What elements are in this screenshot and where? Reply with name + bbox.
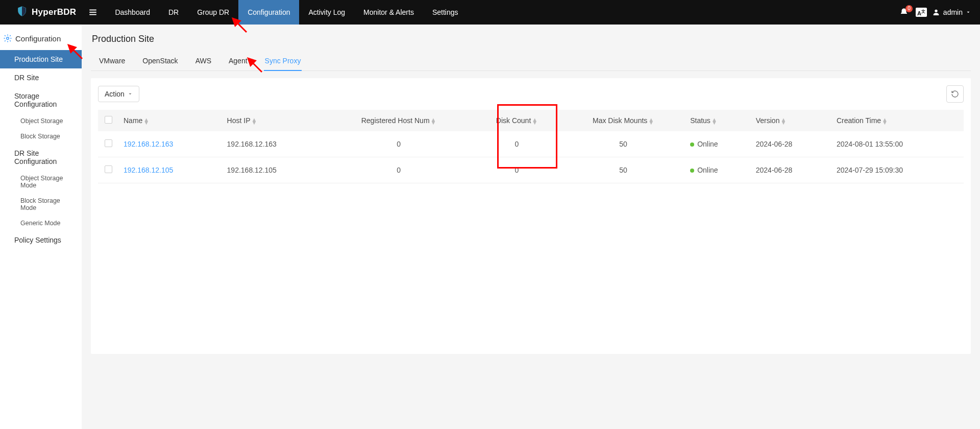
sidebar-sub-object-storage-mode[interactable]: Object Storage Mode (0, 171, 82, 193)
top-nav: Dashboard DR Group DR Configuration Acti… (106, 0, 467, 25)
table-row: 192.168.12.105 192.168.12.105 0 0 50 Onl… (98, 157, 964, 183)
action-dropdown[interactable]: Action (98, 86, 139, 102)
app-logo: HyperBDR (0, 6, 84, 19)
gear-icon (3, 34, 12, 43)
sort-icon[interactable]: ▲▼ (712, 118, 717, 124)
nav-settings[interactable]: Settings (423, 0, 468, 25)
panel-toolbar: Action (98, 85, 964, 103)
nav-configuration[interactable]: Configuration (238, 0, 299, 25)
sidebar-sub-object-storage[interactable]: Object Storage (0, 113, 82, 129)
tab-openstack[interactable]: OpenStack (141, 52, 179, 71)
tab-vmware[interactable]: VMware (98, 52, 126, 71)
chevron-down-icon (966, 10, 971, 15)
shield-icon (16, 6, 28, 19)
nav-monitor-alerts[interactable]: Monitor & Alerts (354, 0, 423, 25)
col-max-mounts: Max Disk Mounts▲▼ (561, 110, 685, 131)
sort-icon[interactable]: ▲▼ (882, 118, 888, 124)
sidebar: Configuration Production Site DR Site St… (0, 25, 82, 429)
menu-toggle-icon[interactable] (84, 8, 106, 17)
select-all-checkbox[interactable] (105, 116, 112, 124)
sort-icon[interactable]: ▲▼ (532, 118, 537, 124)
cell-disk-count: 0 (472, 157, 561, 183)
main-content: Production Site VMware OpenStack AWS Age… (82, 25, 980, 429)
sidebar-title: Configuration (0, 32, 82, 50)
sidebar-sub-generic-mode[interactable]: Generic Mode (0, 216, 82, 231)
sort-icon[interactable]: ▲▼ (143, 118, 149, 124)
refresh-button[interactable] (946, 85, 964, 103)
top-nav-bar: HyperBDR Dashboard DR Group DR Configura… (0, 0, 980, 25)
tab-agent[interactable]: Agent (228, 52, 249, 71)
sidebar-sub-block-storage-mode[interactable]: Block Storage Mode (0, 193, 82, 216)
cell-version: 2024-06-28 (751, 131, 831, 157)
sort-icon[interactable]: ▲▼ (648, 118, 654, 124)
table-row: 192.168.12.163 192.168.12.163 0 0 50 Onl… (98, 131, 964, 157)
notifications-button[interactable]: 0 (897, 8, 911, 17)
col-host-ip: Host IP▲▼ (222, 110, 326, 131)
refresh-icon (951, 90, 959, 98)
row-checkbox[interactable] (105, 139, 112, 147)
status-dot-icon (690, 169, 694, 173)
chevron-down-icon (128, 91, 133, 97)
language-toggle[interactable]: A文 (916, 8, 927, 17)
notification-badge: 0 (905, 5, 913, 12)
cell-host-ip: 192.168.12.163 (222, 131, 326, 157)
sidebar-item-policy-settings[interactable]: Policy Settings (0, 231, 82, 249)
nav-group-dr[interactable]: Group DR (188, 0, 238, 25)
sidebar-sub-block-storage[interactable]: Block Storage (0, 129, 82, 144)
page-title: Production Site (91, 34, 971, 44)
cell-host-ip: 192.168.12.105 (222, 157, 326, 183)
col-reg-num: Registered Host Num▲▼ (325, 110, 472, 131)
topbar-right: 0 A文 admin (897, 8, 980, 17)
cell-reg-num: 0 (325, 131, 472, 157)
row-checkbox[interactable] (105, 165, 112, 173)
user-name: admin (943, 8, 963, 16)
sort-icon[interactable]: ▲▼ (780, 118, 786, 124)
sort-icon[interactable]: ▲▼ (251, 118, 257, 124)
status-dot-icon (690, 142, 694, 147)
svg-point-4 (7, 37, 9, 40)
sidebar-item-dr-site[interactable]: DR Site (0, 68, 82, 87)
tab-sync-proxy[interactable]: Sync Proxy (264, 52, 302, 71)
cell-status: Online (685, 131, 751, 157)
user-menu[interactable]: admin (932, 8, 971, 16)
nav-activity-log[interactable]: Activity Log (299, 0, 354, 25)
col-name: Name▲▼ (118, 110, 222, 131)
sidebar-item-production-site[interactable]: Production Site (0, 50, 82, 68)
cell-reg-num: 0 (325, 157, 472, 183)
user-icon (932, 8, 940, 16)
sidebar-item-dr-site-config[interactable]: DR Site Configuration (0, 144, 82, 171)
cell-disk-count: 0 (472, 131, 561, 157)
row-name-link[interactable]: 192.168.12.163 (124, 140, 173, 148)
tab-aws[interactable]: AWS (194, 52, 212, 71)
sync-proxy-table: Name▲▼ Host IP▲▼ Registered Host Num▲▼ D… (98, 110, 964, 183)
col-disk-count: Disk Count▲▼ (472, 110, 561, 131)
nav-dashboard[interactable]: Dashboard (106, 0, 159, 25)
sort-icon[interactable]: ▲▼ (431, 118, 436, 124)
col-ctime: Creation Time▲▼ (831, 110, 964, 131)
cell-status: Online (685, 157, 751, 183)
col-version: Version▲▼ (751, 110, 831, 131)
app-name: HyperBDR (32, 7, 76, 17)
nav-dr[interactable]: DR (159, 0, 188, 25)
main-layout: Configuration Production Site DR Site St… (0, 25, 980, 429)
cell-version: 2024-06-28 (751, 157, 831, 183)
cell-max-mounts: 50 (561, 131, 685, 157)
sidebar-item-storage-config[interactable]: Storage Configuration (0, 87, 82, 113)
cell-max-mounts: 50 (561, 157, 685, 183)
sub-tabs: VMware OpenStack AWS Agent Sync Proxy (91, 52, 971, 71)
row-name-link[interactable]: 192.168.12.105 (124, 166, 173, 174)
cell-ctime: 2024-07-29 15:09:30 (831, 157, 964, 183)
content-panel: Action Name▲▼ Host IP▲▼ Registered Host … (91, 78, 971, 354)
col-status: Status▲▼ (685, 110, 751, 131)
cell-ctime: 2024-08-01 13:55:00 (831, 131, 964, 157)
svg-point-3 (935, 10, 937, 12)
